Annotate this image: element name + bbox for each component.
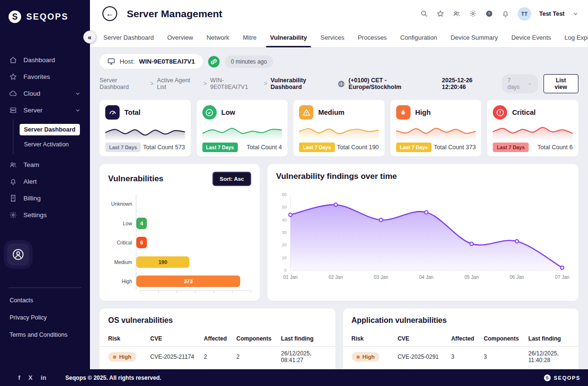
range-value: 7 days	[508, 77, 524, 90]
breadcrumb-item-server-dashboard[interactable]: Server Dashboard	[100, 77, 147, 90]
stat-card-foot: Last 7 DaysTotal Count 573	[105, 143, 185, 152]
breadcrumb-item-vulnerability-dashboard: Vulnerability Dashboard	[271, 77, 338, 90]
collapse-sidebar-button[interactable]: «	[83, 31, 96, 44]
star-icon	[9, 73, 17, 81]
footer: f X in Seqops © 2025. All rights reserve…	[0, 369, 588, 386]
high-sparkline	[396, 120, 476, 143]
sidebar-link-contacts[interactable]: Contacts	[0, 292, 90, 309]
last-7-days-badge: Last 7 Days	[493, 143, 528, 152]
sidebar-item-dashboard[interactable]: Dashboard	[0, 52, 90, 68]
list-view-button[interactable]: List view	[544, 74, 578, 93]
tab-overview[interactable]: Overview	[161, 27, 200, 47]
svg-text:30: 30	[282, 230, 287, 235]
sort-asc-button[interactable]: Sort: Asc	[212, 172, 251, 186]
sidebar-item-team[interactable]: Team	[0, 156, 90, 173]
tab-vulnerability[interactable]: Vulnerability	[263, 27, 314, 47]
sidebar-links: ContactsPrivacy PolicyTerms and Conditio…	[0, 292, 90, 343]
stat-card-foot: Last 7 DaysTotal Count 190	[299, 143, 379, 152]
tab-bar: Server DashboardOverviewNetworkMitreVuln…	[90, 27, 588, 48]
search-icon[interactable]	[420, 10, 428, 18]
social-icons: f X in	[0, 374, 46, 381]
bell-icon[interactable]	[501, 10, 510, 18]
sidebar-link-terms-and-conditions[interactable]: Terms and Conditions	[0, 326, 90, 343]
svg-text:S: S	[12, 12, 18, 22]
tab-log-explorer[interactable]: Log Explorer	[558, 27, 588, 47]
svg-text:?: ?	[488, 11, 490, 16]
user-name[interactable]: Test Test	[539, 11, 565, 17]
header: ← Server Management ? TT Test Test	[90, 0, 588, 27]
vulnerabilities-panel: Vulnerabilities Sort: Asc UnknownLow4Cri…	[100, 164, 260, 301]
header-actions: ? TT Test Test	[420, 7, 578, 21]
sidebar-item-settings[interactable]: Settings	[0, 207, 90, 223]
sidebar-item-cloud[interactable]: Cloud	[0, 85, 90, 102]
users-icon[interactable]	[453, 10, 461, 18]
seqops-logo-text: SEQOPS	[26, 12, 68, 22]
star-icon[interactable]	[436, 10, 444, 18]
tab-configuration[interactable]: Configuration	[393, 27, 444, 47]
bar-medium: 190	[136, 256, 189, 268]
last-seen-badge: 0 minutes ago	[225, 55, 273, 68]
sidebar-divider	[9, 287, 81, 288]
server-icon	[9, 106, 17, 114]
risk-badge: High	[352, 352, 380, 362]
stat-card-foot: Last 7 DaysTotal Count 4	[202, 143, 282, 152]
sidebar-item-server[interactable]: Server	[0, 102, 90, 119]
breadcrumb-item-active-agent-list[interactable]: Active Agent List	[157, 77, 200, 90]
sidebar-item-label: Server	[23, 107, 43, 114]
affected-cell: 3	[446, 347, 479, 367]
facebook-icon[interactable]: f	[18, 374, 20, 381]
sidebar-subitem-server-activation[interactable]: Server Activation	[20, 139, 73, 150]
breadcrumb-separator: >	[203, 80, 207, 87]
bar-row-medium: Medium190	[108, 253, 251, 271]
breadcrumb-item-win-9e0t8eai7v1[interactable]: WIN-9E0T8EAI7V1	[210, 77, 260, 90]
svg-text:0: 0	[284, 268, 287, 273]
seqops-logo: S SEQOPS	[0, 0, 90, 29]
bar-track: 190	[136, 253, 251, 271]
risk-cell: High	[100, 347, 145, 367]
monitor-icon	[107, 57, 115, 66]
support-button[interactable]	[7, 243, 29, 265]
low-sparkline	[202, 120, 282, 143]
tab-device-events[interactable]: Device Events	[505, 27, 558, 47]
stat-card-foot: Last 7 DaysTotal Count 373	[396, 143, 476, 152]
tab-mitre[interactable]: Mitre	[236, 27, 263, 47]
sidebar-subitem-server-dashboard[interactable]: Server Dashboard	[20, 124, 80, 135]
tab-services[interactable]: Services	[314, 27, 351, 47]
user-menu-chevron-down-icon[interactable]	[573, 11, 578, 17]
avatar[interactable]: TT	[518, 7, 531, 21]
sidebar-item-favorites[interactable]: Favorites	[0, 68, 90, 85]
last-7-days-badge: Last 7 Days	[105, 143, 141, 152]
x-icon[interactable]: X	[28, 374, 33, 381]
breadcrumb-separator: >	[264, 80, 267, 87]
bar-label: High	[108, 278, 136, 284]
range-select[interactable]: 7 days	[502, 74, 538, 93]
timezone-text: (+0100) CET - Europe/Stockholm	[349, 77, 439, 90]
svg-text:20: 20	[282, 243, 287, 247]
vulnerabilities-title: Vulnerabilities	[108, 174, 164, 184]
breadcrumb-row: Server Dashboard>Active Agent List>WIN-9…	[100, 74, 578, 93]
sidebar-item-alert[interactable]: Alert	[0, 173, 90, 190]
tab-device-summary[interactable]: Device Summary	[444, 27, 505, 47]
sidebar-item-billing[interactable]: Billing	[0, 190, 90, 207]
gear-icon[interactable]	[469, 10, 477, 18]
svg-text:04 Jan: 04 Jan	[419, 275, 433, 280]
footer-seqops-logo-icon: S	[544, 374, 551, 382]
back-icon: ←	[106, 10, 114, 18]
sidebar-item-label: Team	[23, 161, 39, 168]
bar-row-unknown: Unknown	[108, 195, 251, 213]
sidebar-link-privacy-policy[interactable]: Privacy Policy	[0, 309, 90, 326]
bar-track: 373	[136, 272, 251, 290]
tab-network[interactable]: Network	[200, 27, 236, 47]
tab-processes[interactable]: Processes	[351, 27, 394, 47]
tab-server-dashboard[interactable]: Server Dashboard	[97, 27, 161, 47]
flame-icon	[396, 105, 410, 120]
sidebar-item-label: Alert	[23, 178, 37, 185]
host-label: Host:	[120, 58, 135, 65]
back-button[interactable]: ←	[102, 6, 117, 21]
sidebar-item-label: Dashboard	[23, 56, 55, 64]
agent-link-icon[interactable]	[208, 55, 220, 68]
help-icon[interactable]: ?	[485, 10, 493, 18]
linkedin-icon[interactable]: in	[41, 374, 46, 381]
bar-track: 6	[136, 233, 251, 252]
svg-text:40: 40	[282, 218, 287, 222]
